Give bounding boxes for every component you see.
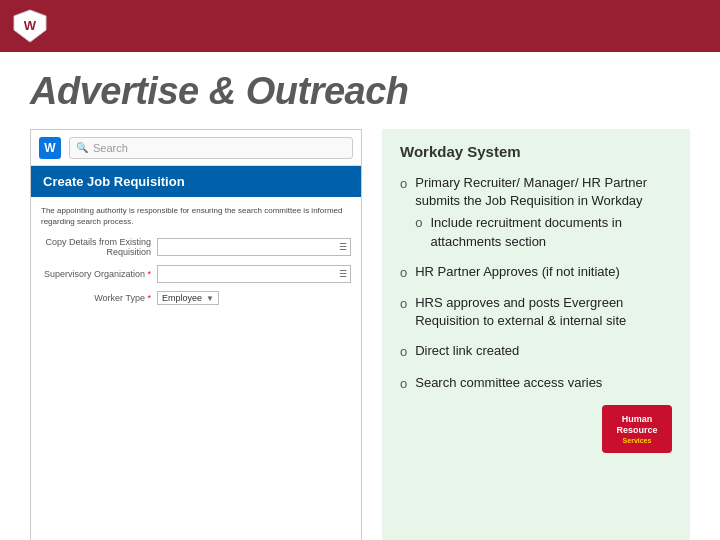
panel-header: Create Job Requisition (31, 166, 361, 197)
sub-bullet-1: o (415, 214, 422, 232)
field-copy-requisition: Copy Details from Existing Requisition ☰ (41, 237, 351, 257)
menu-icon-2: ☰ (339, 269, 347, 279)
field-supervisory-label: Supervisory Organization * (41, 269, 151, 279)
worker-type-value[interactable]: Employee ▼ (157, 291, 219, 305)
panel-body: The appointing authority is responsible … (31, 197, 361, 313)
search-placeholder: Search (93, 142, 128, 154)
columns-layout: W 🔍 Search Create Job Requisition The ap… (30, 129, 690, 540)
menu-icon: ☰ (339, 242, 347, 252)
hrs-logo-line3: Services (623, 437, 652, 444)
sub-list-1: o Include recruitment documents in attac… (415, 214, 672, 250)
worker-type-label: Worker Type * (41, 293, 151, 303)
bullet-item-1: o Primary Recruiter/ Manager/ HR Partner… (400, 174, 672, 251)
field-supervisory-org: Supervisory Organization * ☰ (41, 265, 351, 283)
bullet-item-2: o HR Partner Approves (if not initiate) (400, 263, 672, 282)
sub-item-1: o Include recruitment documents in attac… (415, 214, 672, 250)
page-title: Advertise & Outreach (30, 70, 690, 113)
bottom-right: Human Resource Services (400, 405, 672, 453)
search-icon: 🔍 (76, 142, 88, 153)
bullet-item-5: o Search committee access varies (400, 374, 672, 393)
svg-text:W: W (24, 18, 37, 33)
main-content: Advertise & Outreach W 🔍 Search Create J… (0, 52, 720, 540)
bullet-marker-2: o (400, 264, 407, 282)
create-job-panel: Create Job Requisition The appointing au… (31, 166, 361, 540)
bullet-list: o Primary Recruiter/ Manager/ HR Partner… (400, 174, 672, 393)
hrs-logo: Human Resource Services (602, 405, 672, 453)
required-marker: * (147, 269, 151, 279)
workday-topbar: W 🔍 Search (31, 130, 361, 166)
dropdown-icon: ▼ (206, 294, 214, 303)
field-worker-type: Worker Type * Employee ▼ (41, 291, 351, 305)
bullet-marker-5: o (400, 375, 407, 393)
top-bar: W (0, 0, 720, 52)
bullet-item-4: o Direct link created (400, 342, 672, 361)
workday-system-title: Workday System (400, 143, 672, 160)
wsu-shield-icon: W (12, 8, 48, 44)
field-copy-input[interactable]: ☰ (157, 238, 351, 256)
bullet-marker-3: o (400, 295, 407, 313)
bullet-item-3: o HRS approves and posts Evergreen Requi… (400, 294, 672, 330)
workday-mockup: W 🔍 Search Create Job Requisition The ap… (30, 129, 362, 540)
right-content: Workday System o Primary Recruiter/ Mana… (382, 129, 690, 540)
panel-description: The appointing authority is responsible … (41, 205, 351, 227)
workday-logo: W (39, 137, 61, 159)
workday-search[interactable]: 🔍 Search (69, 137, 353, 159)
bullet-marker-1: o (400, 175, 407, 193)
bullet-content-1: Primary Recruiter/ Manager/ HR Partner s… (415, 174, 672, 251)
field-copy-label: Copy Details from Existing Requisition (41, 237, 151, 257)
bullet-marker-4: o (400, 343, 407, 361)
field-supervisory-input[interactable]: ☰ (157, 265, 351, 283)
hrs-logo-line1: Human Resource (616, 414, 657, 437)
